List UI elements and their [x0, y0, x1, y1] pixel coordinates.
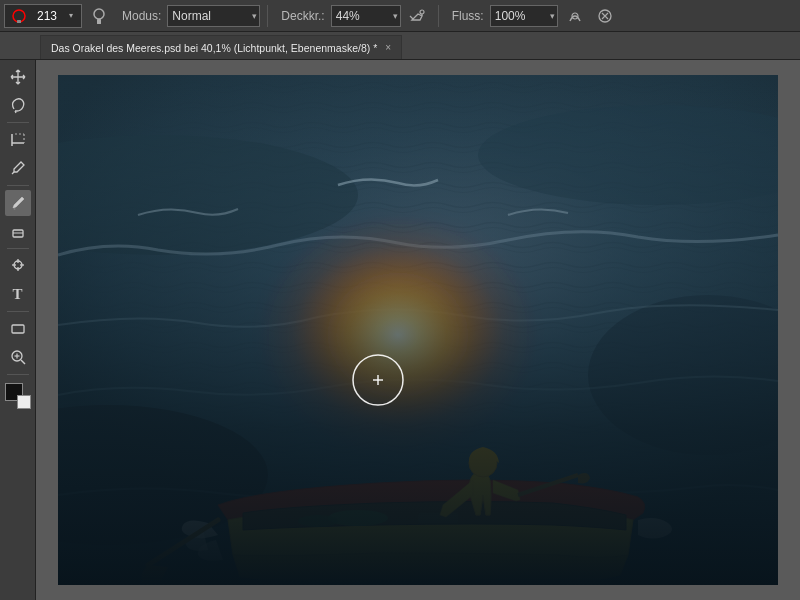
- svg-rect-22: [12, 325, 24, 333]
- modus-select-wrapper: Normal Aufhellen Abdunkeln Multipliziere…: [167, 5, 260, 27]
- tool-sep-5: [7, 374, 29, 375]
- tool-shape[interactable]: [5, 316, 31, 342]
- airbrush-icon[interactable]: [405, 4, 431, 28]
- modus-select[interactable]: Normal Aufhellen Abdunkeln Multipliziere…: [167, 5, 260, 27]
- tool-eyedropper[interactable]: [5, 155, 31, 181]
- fluss-select[interactable]: 100% 75% 50%: [490, 5, 558, 27]
- deckkraft-label: Deckkr.:: [281, 9, 324, 23]
- main-tab[interactable]: Das Orakel des Meeres.psd bei 40,1% (Lic…: [40, 35, 402, 59]
- svg-line-6: [410, 16, 413, 19]
- extra-icon-2[interactable]: [592, 4, 618, 28]
- tool-brush[interactable]: [5, 190, 31, 216]
- brush-size-value: 213: [33, 9, 61, 23]
- scene-svg: [58, 75, 778, 585]
- fg-bg-color-control[interactable]: [5, 383, 31, 409]
- tool-move[interactable]: [5, 64, 31, 90]
- svg-point-4: [420, 10, 424, 14]
- separator-2: [438, 5, 439, 27]
- separator-1: [267, 5, 268, 27]
- tab-title: Das Orakel des Meeres.psd bei 40,1% (Lic…: [51, 42, 377, 54]
- tool-text[interactable]: T: [5, 281, 31, 307]
- extra-icon-1[interactable]: [562, 4, 588, 28]
- text-tool-icon: T: [12, 286, 22, 303]
- canvas-container: [58, 75, 778, 585]
- fluss-select-wrapper: 100% 75% 50%: [490, 5, 558, 27]
- tool-clone[interactable]: [5, 253, 31, 279]
- top-toolbar: 213 ▾ Modus: Normal Aufhellen Abdunkeln …: [0, 0, 800, 32]
- tool-sep-2: [7, 185, 29, 186]
- svg-point-2: [94, 9, 104, 19]
- tool-sep-4: [7, 311, 29, 312]
- tool-sep-1: [7, 122, 29, 123]
- brush-size-dropdown-btn[interactable]: ▾: [65, 4, 77, 28]
- brush-size-control[interactable]: 213 ▾: [4, 4, 82, 28]
- main-area: T: [0, 60, 800, 600]
- left-toolbar: T: [0, 60, 36, 600]
- svg-line-24: [21, 360, 25, 364]
- deckkraft-select[interactable]: 44% 100% 75% 50% 25%: [331, 5, 401, 27]
- tab-bar: Das Orakel des Meeres.psd bei 40,1% (Lic…: [0, 32, 800, 60]
- tool-lasso[interactable]: [5, 92, 31, 118]
- svg-rect-1: [17, 20, 21, 23]
- deckkraft-select-wrapper: 44% 100% 75% 50% 25%: [331, 5, 401, 27]
- svg-rect-3: [97, 19, 101, 24]
- tool-sep-3: [7, 248, 29, 249]
- svg-line-14: [12, 172, 14, 174]
- brush-preset-icon[interactable]: [86, 4, 112, 28]
- tool-eraser[interactable]: [5, 218, 31, 244]
- fluss-label: Fluss:: [452, 9, 484, 23]
- tool-zoom[interactable]: [5, 344, 31, 370]
- tab-close-btn[interactable]: ×: [385, 42, 391, 53]
- brush-size-icon: [9, 6, 29, 26]
- canvas-area[interactable]: [36, 60, 800, 600]
- svg-rect-39: [58, 75, 778, 585]
- background-color[interactable]: [17, 395, 31, 409]
- modus-label: Modus:: [122, 9, 161, 23]
- tool-crop[interactable]: [5, 127, 31, 153]
